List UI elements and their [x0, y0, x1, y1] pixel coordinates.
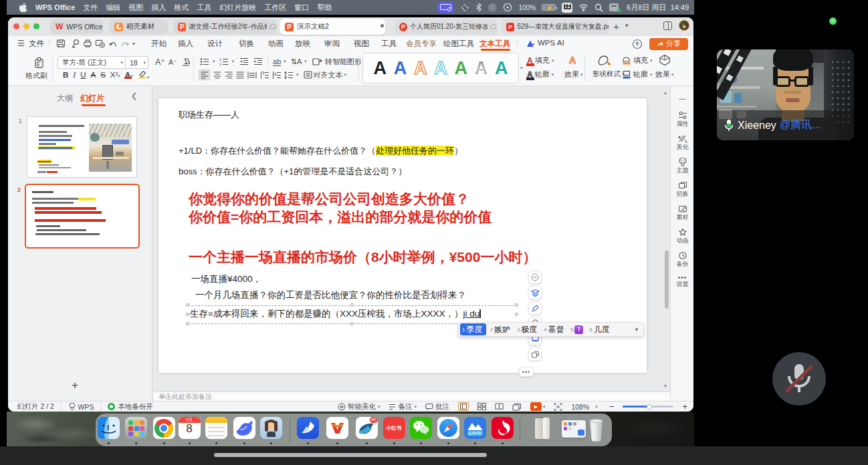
- svg-text:2: 2: [219, 62, 221, 66]
- svg-text:1: 1: [219, 57, 221, 61]
